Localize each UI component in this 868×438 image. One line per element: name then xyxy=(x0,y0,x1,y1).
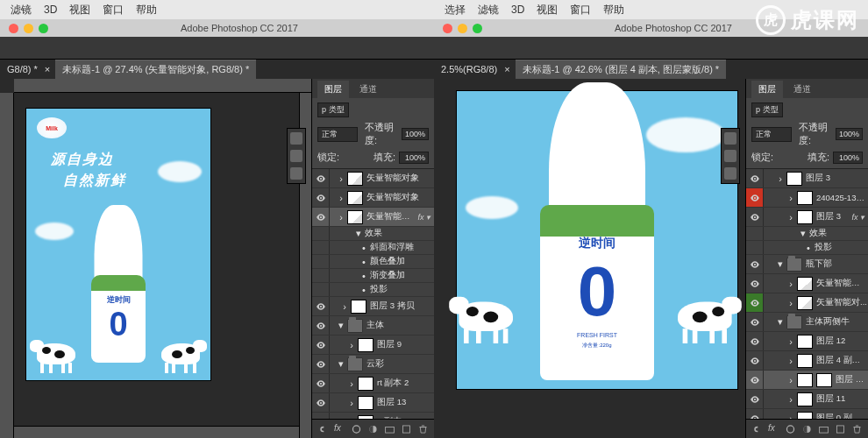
blend-mode-select[interactable]: 正常 xyxy=(751,127,792,142)
layer-row[interactable]: ›矢量智能对象 xyxy=(312,188,434,208)
layer-name[interactable]: 矢量智能对象 xyxy=(366,211,417,223)
chevron-right-icon[interactable]: › xyxy=(786,299,795,307)
layer-row[interactable]: ›图层 4 副本 拷贝 xyxy=(746,351,868,371)
menu-item[interactable]: 滤镜 xyxy=(478,3,499,18)
layer-row[interactable]: •渐变叠加 xyxy=(312,269,434,283)
panel-icon[interactable] xyxy=(290,132,302,145)
chevron-right-icon[interactable]: › xyxy=(337,213,345,222)
document-canvas[interactable]: Milk 源自身边 自然新鲜 逆时间 0 xyxy=(26,109,210,380)
document-tab[interactable]: 未标题-1 @ 27.4% (矢量智能对象, RG8/8) * xyxy=(55,60,256,79)
collapsed-panel-dock[interactable] xyxy=(287,128,306,184)
visibility-toggle[interactable] xyxy=(746,274,764,293)
layer-thumbnail[interactable] xyxy=(797,335,813,349)
layer-name[interactable]: 图层 3 拷贝 xyxy=(370,300,434,312)
visibility-toggle[interactable] xyxy=(746,169,764,187)
layer-name[interactable]: 图层 9 xyxy=(377,339,434,350)
layer-name[interactable]: 矢量智能对象 xyxy=(366,173,434,184)
layer-row[interactable]: •投影 xyxy=(746,241,868,255)
chevron-right-icon[interactable]: › xyxy=(786,194,795,202)
visibility-toggle[interactable] xyxy=(312,169,330,187)
chevron-right-icon[interactable]: › xyxy=(786,337,795,346)
ruler-horizontal[interactable] xyxy=(14,79,311,93)
visibility-toggle[interactable] xyxy=(746,208,764,226)
close-icon[interactable] xyxy=(9,24,18,33)
layer-row[interactable]: ›图层 13 xyxy=(312,393,434,413)
close-tab-icon[interactable]: × xyxy=(45,64,50,74)
chevron-down-icon[interactable]: ▾ xyxy=(776,260,785,269)
chevron-right-icon[interactable]: › xyxy=(786,213,795,222)
layer-thumbnail[interactable] xyxy=(797,373,813,387)
layer-filter-type[interactable]: p 类型 xyxy=(751,102,783,117)
layer-name[interactable]: rt 副本 xyxy=(377,416,434,419)
fx-badge[interactable]: fx ▾ xyxy=(851,213,864,222)
layer-thumbnail[interactable] xyxy=(797,392,813,406)
layer-row[interactable]: ›rt 副本 2 xyxy=(312,374,434,393)
layer-thumbnail[interactable] xyxy=(797,354,813,368)
chevron-right-icon[interactable]: › xyxy=(786,395,795,404)
close-icon[interactable] xyxy=(443,24,452,33)
layer-name[interactable]: 渐变叠加 xyxy=(370,270,434,281)
chevron-down-icon[interactable]: ▾ xyxy=(337,321,345,330)
visibility-toggle[interactable] xyxy=(312,227,330,240)
layer-name[interactable]: 主体两侧牛 xyxy=(806,316,868,328)
layer-thumbnail[interactable] xyxy=(351,300,366,314)
visibility-toggle[interactable] xyxy=(312,374,330,392)
visibility-toggle[interactable] xyxy=(746,313,764,331)
fx-badge[interactable]: fx ▾ xyxy=(417,213,430,222)
layer-row[interactable]: ›图层 0 副本 2 拷贝 xyxy=(746,409,868,419)
panel-icon[interactable] xyxy=(290,167,302,180)
mask-icon[interactable] xyxy=(351,423,362,435)
canvas-area[interactable]: 逆时间 0 FRESH FIRST 净含量:220g xyxy=(434,79,745,438)
layer-row[interactable]: •颜色叠加 xyxy=(312,255,434,269)
layer-name[interactable]: 图层 3 xyxy=(806,173,868,184)
chevron-right-icon[interactable]: › xyxy=(786,357,795,365)
layer-name[interactable]: 图层 11 xyxy=(816,393,868,405)
visibility-toggle[interactable] xyxy=(746,241,764,254)
layer-name[interactable]: 图层 12 xyxy=(816,336,868,347)
trash-icon[interactable] xyxy=(417,423,429,435)
layer-filter-type[interactable]: p 类型 xyxy=(317,102,349,117)
tab-channels[interactable]: 通道 xyxy=(786,81,818,98)
menu-item[interactable]: 帮助 xyxy=(136,3,157,18)
canvas-area[interactable]: Milk 源自身边 自然新鲜 逆时间 0 xyxy=(0,79,311,438)
visibility-toggle[interactable] xyxy=(746,371,764,389)
fill-field[interactable]: 100% xyxy=(833,152,863,164)
options-bar[interactable] xyxy=(434,37,868,60)
fx-icon[interactable]: fx xyxy=(768,423,779,435)
link-layers-icon[interactable] xyxy=(751,423,763,435)
visibility-toggle[interactable] xyxy=(312,355,330,373)
chevron-down-icon[interactable]: ▾ xyxy=(337,360,345,369)
layer-thumbnail[interactable] xyxy=(358,338,374,352)
visibility-toggle[interactable] xyxy=(746,255,764,273)
opacity-field[interactable]: 100% xyxy=(836,128,863,140)
layer-thumbnail[interactable] xyxy=(358,396,374,410)
layer-row[interactable]: ›240425-13030... xyxy=(746,188,868,208)
group-icon[interactable] xyxy=(384,423,395,435)
menu-item[interactable]: 窗口 xyxy=(570,3,591,18)
new-layer-icon[interactable] xyxy=(835,423,846,435)
layer-name[interactable]: 颜色叠加 xyxy=(370,256,434,267)
trash-icon[interactable] xyxy=(851,423,863,435)
chevron-right-icon[interactable]: › xyxy=(786,279,795,288)
layer-thumbnail[interactable] xyxy=(347,172,363,186)
group-icon[interactable] xyxy=(818,423,829,435)
layer-name[interactable]: 云彩 xyxy=(366,358,434,370)
layer-row[interactable]: ▾主体两侧牛 xyxy=(746,313,868,332)
options-bar[interactable] xyxy=(0,37,434,60)
menu-item[interactable]: 3D xyxy=(44,4,57,16)
minimize-icon[interactable] xyxy=(24,24,33,33)
menu-item[interactable]: 视图 xyxy=(537,3,558,18)
layer-name[interactable]: 投影 xyxy=(815,242,868,253)
layer-row[interactable]: ›图层 4 副本 xyxy=(746,371,868,390)
layer-name[interactable]: 主体 xyxy=(366,320,434,331)
panel-icon[interactable] xyxy=(290,150,302,162)
layer-name[interactable]: 效果 xyxy=(809,228,868,239)
panel-icon[interactable] xyxy=(724,150,736,162)
close-tab-icon[interactable]: × xyxy=(504,64,509,74)
layer-name[interactable]: 矢量智能对象 xyxy=(816,278,868,289)
layer-row[interactable]: ›图层 12 xyxy=(746,332,868,351)
layer-thumbnail[interactable] xyxy=(797,210,813,224)
layer-name[interactable]: 图层 4 副本 拷贝 xyxy=(816,355,868,366)
panel-icon[interactable] xyxy=(724,167,736,180)
layer-name[interactable]: 图层 0 副本 2 拷贝 xyxy=(816,413,868,419)
